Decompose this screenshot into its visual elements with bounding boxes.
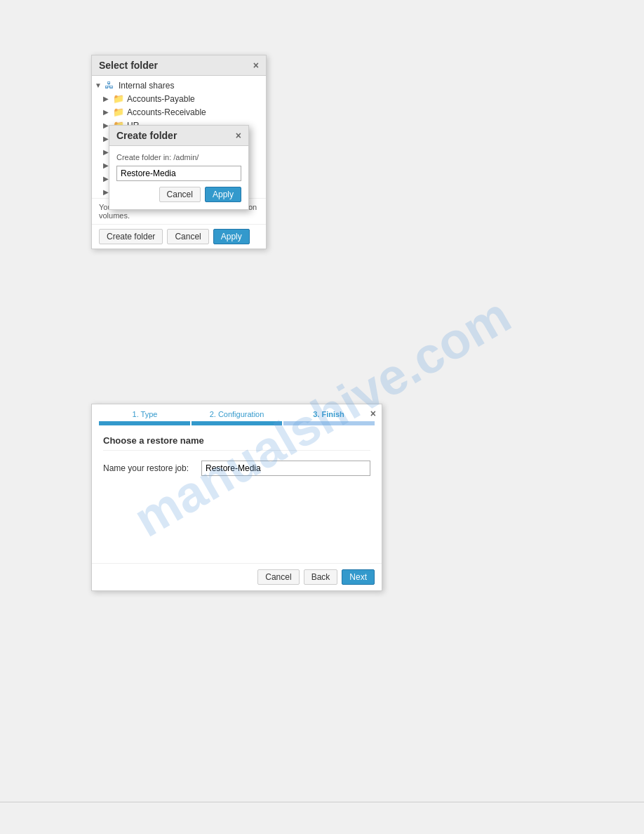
select-folder-close-button[interactable]: ×: [253, 60, 259, 71]
wizard-step-3: 3. Finish: [283, 410, 375, 418]
create-folder-titlebar: Create folder ×: [109, 126, 248, 146]
tree-arrow-ap: ▶: [103, 95, 113, 102]
wizard-footer: Cancel Back Next: [92, 563, 382, 590]
wizard-body: Choose a restore name Name your restore …: [92, 425, 382, 563]
bottom-rule: [0, 802, 644, 802]
create-folder-name-input[interactable]: [116, 166, 241, 181]
folder-icon-ap: 📁: [113, 93, 124, 104]
wizard-progress-bar: [99, 421, 375, 425]
wizard-name-field: Name your restore job:: [103, 461, 370, 476]
tree-item-accounts-receivable[interactable]: ▶ 📁 Accounts-Receivable: [92, 105, 266, 119]
tree-item-internal-shares[interactable]: ▼ 🖧 Internal shares: [92, 79, 266, 92]
wizard-step-2-label: 2. Configuration: [210, 410, 264, 418]
wizard-step-2: 2. Configuration: [191, 410, 283, 418]
progress-segment-2: [192, 421, 283, 425]
create-folder-body: Create folder in: /admin/ Cancel Apply: [109, 146, 248, 209]
create-folder-close-button[interactable]: ×: [236, 130, 241, 141]
wizard-step-1: 1. Type: [99, 410, 191, 418]
create-folder-button[interactable]: Create folder: [99, 229, 163, 244]
tree-label-ap: Accounts-Payable: [127, 94, 195, 104]
wizard-steps: 1. Type 2. Configuration 3. Finish: [92, 404, 382, 418]
create-folder-path-label: Create folder in: /admin/: [116, 153, 241, 161]
wizard-spacer: [103, 483, 370, 553]
select-folder-footer: Create folder Cancel Apply: [92, 225, 266, 249]
wizard-field-label: Name your restore job:: [103, 463, 201, 473]
wizard-cancel-button[interactable]: Cancel: [257, 569, 299, 585]
folder-icon-ar: 📁: [113, 107, 124, 117]
tree-arrow-ar: ▶: [103, 108, 113, 116]
wizard-restore-name-input[interactable]: [201, 461, 370, 476]
select-folder-title: Select folder: [99, 60, 158, 71]
wizard-dialog: × 1. Type 2. Configuration 3. Finish Cho…: [91, 404, 382, 591]
select-folder-cancel-button[interactable]: Cancel: [167, 229, 208, 244]
progress-segment-3: [283, 421, 375, 425]
share-icon-internal: 🖧: [105, 80, 116, 91]
wizard-section-title: Choose a restore name: [103, 435, 370, 451]
create-folder-dialog: Create folder × Create folder in: /admin…: [109, 125, 249, 210]
wizard-next-button[interactable]: Next: [342, 569, 375, 585]
wizard-back-button[interactable]: Back: [304, 569, 338, 585]
wizard-step-3-label: 3. Finish: [313, 410, 344, 418]
tree-arrow-internal: ▼: [95, 81, 105, 89]
wizard-close-button[interactable]: ×: [370, 408, 376, 419]
tree-item-accounts-payable[interactable]: ▶ 📁 Accounts-Payable: [92, 92, 266, 105]
create-folder-buttons: Cancel Apply: [116, 187, 241, 202]
create-folder-apply-button[interactable]: Apply: [205, 187, 241, 202]
create-folder-title: Create folder: [116, 130, 177, 141]
tree-label-internal-shares: Internal shares: [119, 81, 174, 91]
select-folder-apply-button[interactable]: Apply: [213, 229, 250, 244]
progress-segment-1: [99, 421, 190, 425]
tree-label-ar: Accounts-Receivable: [127, 107, 206, 117]
wizard-step-1-label: 1. Type: [133, 410, 158, 418]
create-folder-cancel-button[interactable]: Cancel: [159, 187, 201, 202]
select-folder-titlebar: Select folder ×: [92, 55, 266, 76]
